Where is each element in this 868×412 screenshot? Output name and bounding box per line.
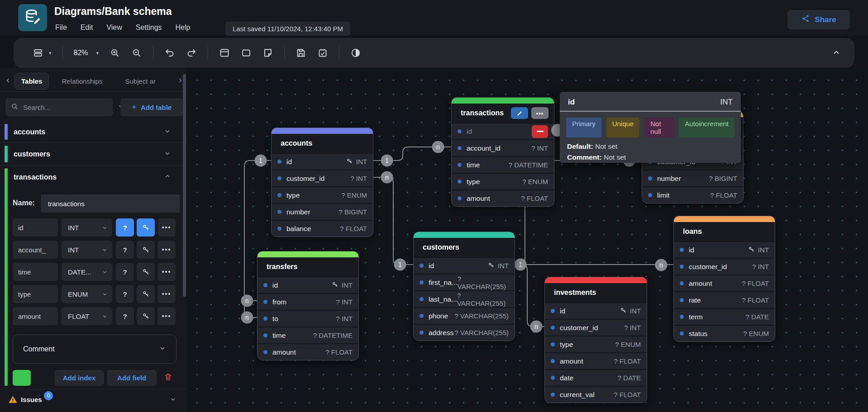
- nullable-toggle-amount[interactable]: ?: [116, 307, 134, 325]
- table-more-button[interactable]: •••: [531, 107, 548, 119]
- field-row-number[interactable]: number? BIGINT: [642, 170, 743, 186]
- add-field-button[interactable]: Add field: [107, 370, 157, 386]
- field-type-select-time[interactable]: DATE...: [62, 263, 112, 281]
- edit-table-button[interactable]: [511, 107, 528, 119]
- nullable-toggle-type[interactable]: ?: [116, 285, 134, 303]
- field-more-button-id[interactable]: •••: [157, 218, 176, 237]
- field-type-select-type[interactable]: ENUM: [62, 285, 112, 303]
- issues-bar[interactable]: Issues 0: [0, 389, 186, 412]
- tab-subject-areas[interactable]: Subject ar: [119, 73, 162, 89]
- table-transactions[interactable]: transactions•••idaccount_id? INTtime? DA…: [451, 97, 554, 207]
- table-investments[interactable]: investmentsidINTcustomer_id? INTtype? EN…: [544, 277, 647, 403]
- todo-icon[interactable]: [317, 47, 328, 58]
- field-row-amount[interactable]: amount? FLOAT: [674, 275, 775, 291]
- table-transfers[interactable]: transfersidINTfrom? INTto? INTtime? DATE…: [257, 251, 359, 360]
- tabs-scroll-left-icon[interactable]: [5, 77, 12, 86]
- field-row-amount[interactable]: amount? FLOAT: [258, 343, 358, 360]
- sidebar-item-transactions[interactable]: transactions: [0, 166, 186, 189]
- menu-file[interactable]: File: [55, 24, 67, 32]
- save-icon[interactable]: [296, 47, 306, 58]
- table-color-swatch[interactable]: [13, 370, 31, 386]
- primary-key-toggle-account_[interactable]: [137, 241, 155, 259]
- field-row-amount[interactable]: amount? FLOAT: [545, 352, 647, 369]
- search-input[interactable]: [23, 104, 113, 111]
- table-header[interactable]: loans: [674, 222, 775, 241]
- table-search-box[interactable]: [5, 98, 113, 116]
- sidebar-scrollbar[interactable]: [183, 74, 186, 297]
- field-row-last_na...[interactable]: last_na...? VARCHAR(255): [414, 290, 515, 307]
- table-header[interactable]: accounts: [272, 134, 373, 153]
- field-row-time[interactable]: time? DATETIME: [452, 156, 554, 173]
- field-name-box-amount[interactable]: amount: [13, 307, 58, 325]
- add-area-icon[interactable]: [241, 47, 252, 58]
- field-type-select-account_[interactable]: INT: [62, 241, 112, 259]
- caret-down-icon[interactable]: ▾: [96, 50, 99, 56]
- field-row-type[interactable]: type? ENUM: [452, 173, 554, 189]
- sidebar-item-customers[interactable]: customers: [0, 143, 186, 166]
- field-name-box-id[interactable]: id: [13, 218, 58, 237]
- table-loans[interactable]: loansidINTcustomer_id? INTamount? FLOATr…: [673, 216, 775, 342]
- table-customers[interactable]: customersidINTfirst_na...? VARCHAR(255)l…: [413, 232, 515, 341]
- field-name-box-type[interactable]: type: [13, 285, 58, 303]
- field-row-from[interactable]: from? INT: [258, 293, 358, 310]
- delete-field-button[interactable]: [532, 125, 548, 138]
- primary-key-toggle-time[interactable]: [137, 263, 155, 281]
- sidebar-item-accounts[interactable]: accounts: [0, 121, 186, 143]
- nullable-toggle-id[interactable]: ?: [116, 218, 134, 237]
- theme-contrast-icon[interactable]: [350, 47, 361, 58]
- field-row-time[interactable]: time? DATETIME: [258, 327, 358, 343]
- field-row-number[interactable]: number? BIGINT: [272, 203, 373, 220]
- add-table-button[interactable]: + Add table: [120, 98, 183, 116]
- field-row-type[interactable]: type? ENUM: [545, 336, 647, 352]
- field-row-balance[interactable]: balance? FLOAT: [272, 220, 373, 237]
- add-table-icon[interactable]: [219, 47, 230, 58]
- table-accounts[interactable]: accountsidINTcustomer_id? INTtype? ENUMn…: [271, 128, 373, 237]
- zoom-in-icon[interactable]: [110, 47, 120, 58]
- nullable-toggle-account_[interactable]: ?: [116, 241, 134, 259]
- field-row-id[interactable]: idINT: [272, 153, 373, 170]
- field-row-rate[interactable]: rate? FLOAT: [674, 291, 775, 308]
- tab-tables[interactable]: Tables: [14, 73, 49, 90]
- redo-icon[interactable]: [186, 47, 197, 58]
- field-row-id[interactable]: id: [452, 123, 554, 139]
- field-row-type[interactable]: type? ENUM: [272, 186, 373, 203]
- field-row-address[interactable]: address? VARCHAR(255): [414, 324, 515, 341]
- field-name-box-time[interactable]: time: [13, 263, 58, 281]
- menu-settings[interactable]: Settings: [136, 24, 162, 32]
- delete-table-button[interactable]: [159, 370, 176, 386]
- add-note-icon[interactable]: [262, 47, 273, 58]
- field-row-customer_id[interactable]: customer_id? INT: [545, 319, 647, 336]
- chevron-up-icon[interactable]: [164, 173, 171, 182]
- zoom-level[interactable]: 82%: [74, 49, 88, 57]
- field-row-to[interactable]: to? INT: [258, 310, 358, 327]
- field-row-id[interactable]: idINT: [545, 302, 647, 319]
- field-row-id[interactable]: idINT: [414, 257, 515, 274]
- field-type-select-amount[interactable]: FLOAT: [62, 307, 112, 325]
- field-row-first_na...[interactable]: first_na...? VARCHAR(255): [414, 274, 515, 290]
- layout-rows-icon[interactable]: [33, 47, 43, 58]
- field-more-button-amount[interactable]: •••: [157, 307, 176, 325]
- chevron-down-icon[interactable]: [170, 396, 176, 404]
- field-row-id[interactable]: idINT: [258, 276, 358, 293]
- field-row-term[interactable]: term? DATE: [674, 308, 775, 325]
- field-more-button-type[interactable]: •••: [157, 285, 176, 303]
- field-row-limit[interactable]: limit? FLOAT: [642, 186, 743, 203]
- menu-help[interactable]: Help: [176, 24, 191, 32]
- primary-key-toggle-amount[interactable]: [137, 307, 155, 325]
- menu-edit[interactable]: Edit: [81, 24, 93, 32]
- table-header[interactable]: customers: [414, 238, 515, 257]
- field-row-customer_id[interactable]: customer_id? INT: [674, 258, 775, 275]
- primary-key-toggle-type[interactable]: [137, 285, 155, 303]
- collapse-chevron-icon[interactable]: [831, 47, 842, 58]
- field-row-id[interactable]: idINT: [674, 241, 775, 258]
- undo-icon[interactable]: [164, 47, 175, 58]
- primary-key-toggle-id[interactable]: [137, 218, 155, 237]
- field-type-select-id[interactable]: INT: [62, 218, 112, 237]
- table-header[interactable]: transfers: [258, 257, 358, 276]
- tab-relationships[interactable]: Relationships: [55, 73, 109, 89]
- zoom-out-icon[interactable]: [131, 47, 142, 58]
- field-row-status[interactable]: status? ENUM: [674, 325, 775, 341]
- table-header[interactable]: transactions•••: [452, 104, 554, 123]
- table-header[interactable]: investments: [545, 283, 647, 302]
- field-row-date[interactable]: date? DATE: [545, 369, 647, 386]
